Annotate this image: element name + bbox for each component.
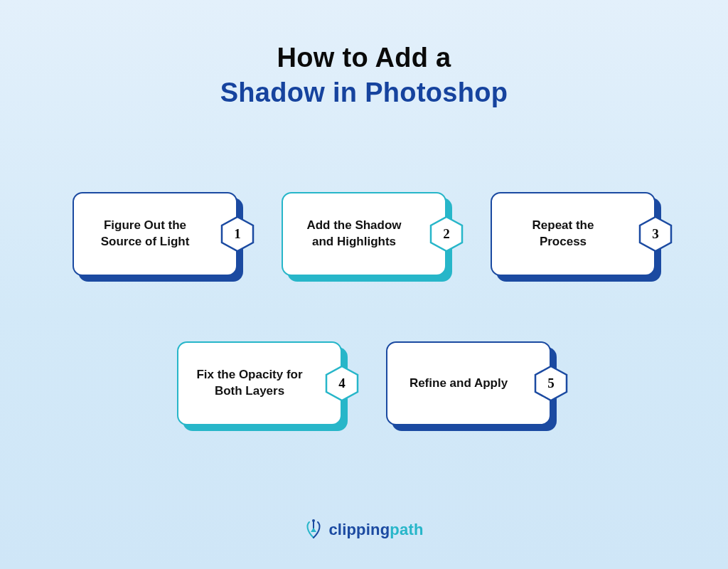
- step-number: 4: [323, 365, 360, 402]
- step-card: Figure Out the Source of Light 1: [73, 192, 237, 276]
- step-number: 1: [219, 216, 256, 252]
- card-face: Refine and Apply: [386, 341, 551, 425]
- step-label: Figure Out the Source of Light: [91, 218, 199, 250]
- step-label: Repeat the Process: [509, 218, 617, 250]
- brand-part-2: path: [390, 521, 423, 538]
- step-card: Repeat the Process 3: [491, 192, 655, 276]
- card-face: Fix the Opacity for Both Layers: [177, 341, 342, 425]
- steps-row-1: Figure Out the Source of Light 1 Add the…: [0, 192, 728, 276]
- card-face: Figure Out the Source of Light: [73, 192, 237, 276]
- step-label: Fix the Opacity for Both Layers: [196, 367, 304, 400]
- step-label: Refine and Apply: [405, 376, 513, 392]
- title-line-1: How to Add a: [0, 43, 728, 73]
- page-title: How to Add a Shadow in Photoshop: [0, 0, 728, 108]
- card-face: Repeat the Process: [491, 192, 655, 276]
- svg-point-6: [312, 519, 315, 522]
- step-number-badge: 5: [532, 365, 569, 402]
- step-number-badge: 4: [323, 365, 360, 402]
- card-face: Add the Shadow and Highlights: [282, 192, 446, 276]
- step-number-badge: 2: [428, 216, 465, 252]
- steps-row-2: Fix the Opacity for Both Layers 4 Refine…: [0, 341, 728, 425]
- step-number: 2: [428, 216, 465, 252]
- step-card: Add the Shadow and Highlights 2: [282, 192, 446, 276]
- step-number-badge: 3: [637, 216, 674, 252]
- step-card: Refine and Apply 5: [386, 341, 551, 425]
- brand-part-1: clipping: [328, 521, 390, 538]
- title-line-2: Shadow in Photoshop: [0, 78, 728, 108]
- step-label: Add the Shadow and Highlights: [300, 218, 408, 250]
- step-number: 5: [532, 365, 569, 402]
- svg-marker-5: [311, 528, 316, 532]
- step-card: Fix the Opacity for Both Layers 4: [177, 341, 342, 425]
- brand-footer: clippingpath: [0, 519, 728, 541]
- step-number-badge: 1: [219, 216, 256, 252]
- brand-logo-icon: [304, 519, 323, 541]
- brand-wordmark: clippingpath: [328, 521, 423, 539]
- step-number: 3: [637, 216, 674, 252]
